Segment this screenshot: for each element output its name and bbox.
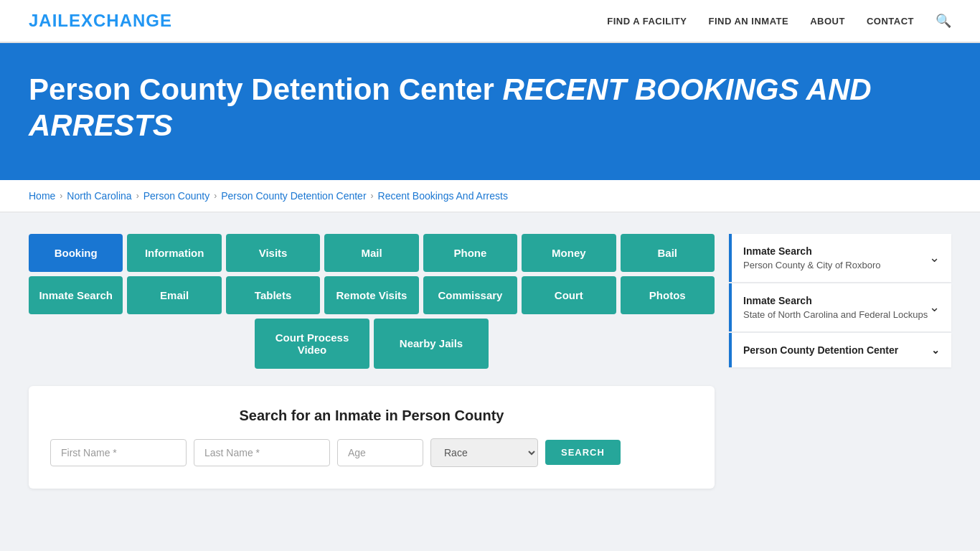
search-box: Search for an Inmate in Person County Ra… xyxy=(29,386,715,489)
chevron-down-icon-2: ⌄ xyxy=(929,299,940,315)
breadcrumb-sep-2: › xyxy=(136,191,139,201)
nav-contact[interactable]: CONTACT xyxy=(867,16,914,27)
chevron-down-icon: ⌄ xyxy=(929,250,940,265)
main-nav: FIND A FACILITY FIND AN INMATE ABOUT CON… xyxy=(607,13,951,29)
nearby-jails-button[interactable]: Nearby Jails xyxy=(374,319,489,369)
visits-button[interactable]: Visits xyxy=(226,234,320,272)
nav-find-inmate[interactable]: FIND AN INMATE xyxy=(708,16,788,27)
page-title: Person County Detention Center RECENT BO… xyxy=(29,72,951,144)
sidebar-item-county-content: Inmate Search Person County & City of Ro… xyxy=(743,245,880,270)
money-button[interactable]: Money xyxy=(522,234,616,272)
first-name-input[interactable] xyxy=(50,439,187,466)
search-icon[interactable]: 🔍 xyxy=(936,13,951,29)
breadcrumb-north-carolina[interactable]: North Carolina xyxy=(67,190,131,202)
tablets-button[interactable]: Tablets xyxy=(226,276,320,314)
sidebar-item-inmate-search-county[interactable]: Inmate Search Person County & City of Ro… xyxy=(729,234,951,282)
breadcrumb-person-county[interactable]: Person County xyxy=(143,190,210,202)
phone-button[interactable]: Phone xyxy=(423,234,517,272)
sidebar-item-state-content: Inmate Search State of North Carolina an… xyxy=(743,295,928,320)
search-button[interactable]: SEARCH xyxy=(545,440,621,465)
hero-section: Person County Detention Center RECENT BO… xyxy=(0,43,980,180)
breadcrumb-detention-center[interactable]: Person County Detention Center xyxy=(221,190,366,202)
sidebar-item-inmate-search-state[interactable]: Inmate Search State of North Carolina an… xyxy=(729,283,951,331)
email-button[interactable]: Email xyxy=(127,276,221,314)
mail-button[interactable]: Mail xyxy=(324,234,418,272)
race-select[interactable]: Race xyxy=(430,438,538,467)
bail-button[interactable]: Bail xyxy=(621,234,715,272)
sidebar-item-detention-center[interactable]: Person County Detention Center ⌄ xyxy=(729,333,951,367)
photos-button[interactable]: Photos xyxy=(621,276,715,314)
button-row-2: Inmate Search Email Tablets Remote Visit… xyxy=(29,276,715,314)
breadcrumb-home[interactable]: Home xyxy=(29,190,55,202)
last-name-input[interactable] xyxy=(194,439,330,466)
button-row-1: Booking Information Visits Mail Phone Mo… xyxy=(29,234,715,272)
logo[interactable]: JAILEXCHANGE xyxy=(29,11,172,31)
logo-jail: JAIL xyxy=(29,11,69,30)
main-content: Booking Information Visits Mail Phone Mo… xyxy=(29,234,715,489)
breadcrumb: Home › North Carolina › Person County › … xyxy=(0,180,980,212)
information-button[interactable]: Information xyxy=(127,234,221,272)
breadcrumb-sep-4: › xyxy=(371,191,374,201)
breadcrumb-current: Recent Bookings And Arrests xyxy=(378,190,508,202)
remote-visits-button[interactable]: Remote Visits xyxy=(324,276,418,314)
court-button[interactable]: Court xyxy=(522,276,616,314)
booking-button[interactable]: Booking xyxy=(29,234,123,272)
logo-exchange: EXCHANGE xyxy=(69,11,172,30)
search-form: Race SEARCH xyxy=(50,438,693,467)
commissary-button[interactable]: Commissary xyxy=(423,276,517,314)
breadcrumb-sep-3: › xyxy=(214,191,217,201)
inmate-search-button[interactable]: Inmate Search xyxy=(29,276,123,314)
header: JAILEXCHANGE FIND A FACILITY FIND AN INM… xyxy=(0,0,980,43)
age-input[interactable] xyxy=(337,439,423,466)
chevron-down-icon-3: ⌄ xyxy=(931,344,940,356)
content-area: Booking Information Visits Mail Phone Mo… xyxy=(0,212,980,510)
nav-about[interactable]: ABOUT xyxy=(810,16,845,27)
court-process-video-button[interactable]: Court Process Video xyxy=(255,319,369,369)
nav-find-facility[interactable]: FIND A FACILITY xyxy=(607,16,687,27)
breadcrumb-sep-1: › xyxy=(60,191,62,201)
button-row-3: Court Process Video Nearby Jails xyxy=(29,319,715,369)
sidebar: Inmate Search Person County & City of Ro… xyxy=(729,234,951,489)
search-title: Search for an Inmate in Person County xyxy=(50,408,693,424)
